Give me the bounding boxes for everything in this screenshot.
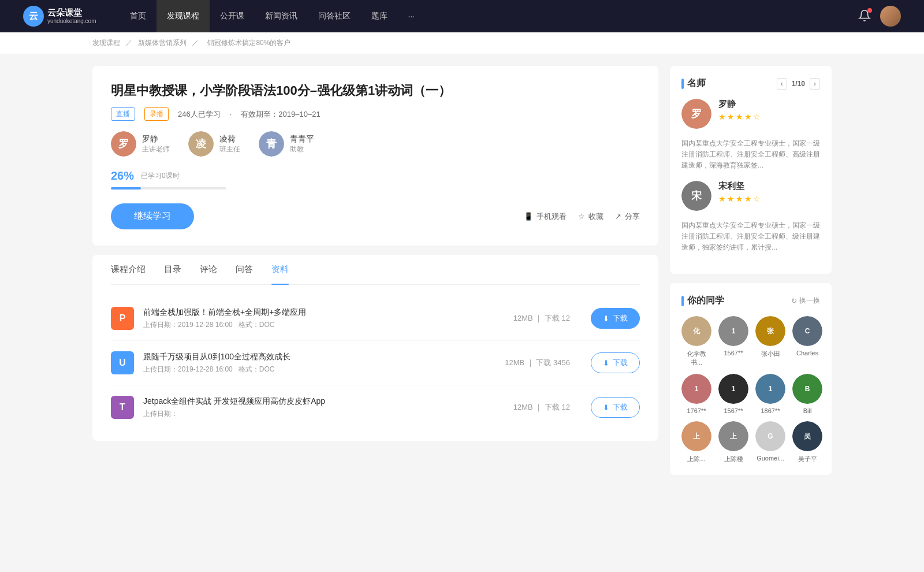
nav-item-发现课程[interactable]: 发现课程 — [157, 0, 210, 32]
classmate-item-5[interactable]: 1 1567** — [718, 374, 748, 414]
sidebar-teacher-stars-0: ★★★★☆ — [718, 112, 820, 121]
classmate-item-3[interactable]: C Charles — [792, 316, 822, 367]
classmate-avatar-7: B — [792, 374, 822, 404]
classmate-avatar-6: 1 — [755, 374, 785, 404]
classmate-avatar-9: 上 — [718, 421, 748, 451]
classmate-name-3: Charles — [796, 350, 818, 356]
download-button-1[interactable]: ⬇ 下载 — [591, 352, 640, 373]
sidebar-teacher-desc-1: 国内某重点大学安全工程专业硕士，国家一级注册消防工程师、注册安全工程师、级注册建… — [681, 220, 820, 254]
file-meta-2: 上传日期： — [143, 409, 504, 419]
teacher-profile-1: 宋 宋利坚 ★★★★☆ — [681, 181, 820, 211]
mobile-watch-button[interactable]: 📱 手机观看 — [524, 211, 567, 222]
teacher-page-info: 1/10 — [792, 80, 805, 88]
breadcrumb-item-2[interactable]: 新媒体营销系列 — [138, 39, 187, 47]
classmate-name-2: 张小田 — [761, 350, 780, 358]
action-buttons: 📱 手机观看 ☆ 收藏 ↗ 分享 — [524, 211, 640, 222]
file-info-0: 前端全栈加强版！前端全栈+全周期+多端应用 上传日期：2019-12-28 16… — [143, 307, 504, 330]
progress-bar-bg — [111, 187, 226, 190]
breadcrumb-item-1[interactable]: 发现课程 — [92, 39, 120, 47]
share-button[interactable]: ↗ 分享 — [615, 211, 640, 222]
teacher-avatar-2: 青 — [259, 131, 284, 157]
download-button-2[interactable]: ⬇ 下载 — [591, 397, 640, 418]
classmate-item-7[interactable]: B Bill — [792, 374, 822, 414]
file-stats-0: 12MB ｜ 下载 12 — [513, 313, 570, 324]
classmate-avatar-2: 张 — [755, 316, 785, 346]
content-left: 明星中教授课，小学阶段语法100分–强化级第1讲动词（一） 直播 录播 246人… — [92, 66, 658, 561]
download-icon-1: ⬇ — [603, 359, 609, 367]
tag-record: 录播 — [144, 107, 169, 121]
tab-资料[interactable]: 资料 — [271, 255, 289, 284]
file-stats-1: 12MB ｜ 下载 3456 — [505, 358, 570, 368]
classmate-item-11[interactable]: 吴 吴子平 — [792, 421, 822, 463]
classmate-name-1: 1567** — [724, 350, 743, 356]
sidebar-teacher-avatar-1: 宋 — [681, 181, 711, 211]
breadcrumb: 发现课程 ／ 新媒体营销系列 ／ 销冠修炼术搞定80%的客户 — [0, 32, 924, 54]
classmate-item-0[interactable]: 化 化学教书... — [681, 316, 711, 367]
sidebar-teacher-avatar-0: 罗 — [681, 99, 711, 129]
classmate-avatar-10: G — [755, 421, 785, 451]
main-container: 明星中教授课，小学阶段语法100分–强化级第1讲动词（一） 直播 录播 246人… — [0, 54, 924, 572]
classmate-item-6[interactable]: 1 1867** — [755, 374, 785, 414]
teachers-pagination: ‹ 1/10 › — [777, 78, 820, 90]
continue-button[interactable]: 继续学习 — [111, 203, 194, 229]
teacher-info-1: 凌荷 班主任 — [219, 134, 240, 154]
nav-item-···[interactable]: ··· — [398, 0, 426, 32]
classmate-name-9: 上陈楼 — [724, 455, 743, 463]
teacher-item-2: 青 青青平 助教 — [259, 131, 314, 157]
file-item-1: U 跟随千万级项目从0到100全过程高效成长 上传日期：2019-12-28 1… — [111, 341, 640, 385]
download-icon-2: ⬇ — [603, 403, 609, 412]
tab-评论[interactable]: 评论 — [200, 255, 217, 284]
nav-item-首页[interactable]: 首页 — [120, 0, 157, 32]
sidebar-teachers-list: 罗 罗静 ★★★★☆ 国内某重点大学安全工程专业硕士，国家一级注册消防工程师、注… — [681, 99, 820, 253]
logo[interactable]: 云 云朵课堂 yunduoketang.com — [23, 6, 96, 27]
classmate-name-6: 1867** — [761, 407, 780, 414]
next-teacher-arrow[interactable]: › — [810, 78, 820, 90]
tab-目录[interactable]: 目录 — [164, 255, 181, 284]
nav-item-公开课[interactable]: 公开课 — [210, 0, 255, 32]
sidebar-teacher-info-1: 宋利坚 ★★★★☆ — [718, 181, 820, 203]
download-button-0[interactable]: ⬇ 下载 — [591, 308, 640, 329]
logo-icon: 云 — [23, 6, 44, 27]
classmate-item-1[interactable]: 1 1567** — [718, 316, 748, 367]
classmate-item-4[interactable]: 1 1767** — [681, 374, 711, 414]
sidebar-teacher-1: 宋 宋利坚 ★★★★☆ 国内某重点大学安全工程专业硕士，国家一级注册消防工程师、… — [681, 181, 820, 254]
teacher-info-0: 罗静 主讲老师 — [142, 134, 170, 154]
file-meta-0: 上传日期：2019-12-28 16:00 格式：DOC — [143, 320, 504, 330]
file-icon-1: U — [111, 351, 134, 374]
file-name-2: Jetpack全组件实战 开发短视频应用高仿皮皮虾App — [143, 396, 504, 407]
prev-teacher-arrow[interactable]: ‹ — [777, 78, 787, 90]
nav-item-题库[interactable]: 题库 — [361, 0, 398, 32]
classmate-name-11: 吴子平 — [798, 455, 817, 463]
classmates-title: 你的同学 — [681, 295, 724, 307]
file-item-2: T Jetpack全组件实战 开发短视频应用高仿皮皮虾App 上传日期： 12M… — [111, 385, 640, 429]
nav-item-问答社区[interactable]: 问答社区 — [308, 0, 361, 32]
classmate-item-2[interactable]: 张 张小田 — [755, 316, 785, 367]
classmate-item-10[interactable]: G Guomei... — [755, 421, 785, 463]
sidebar-teacher-desc-0: 国内某重点大学安全工程专业硕士，国家一级注册消防工程师、注册安全工程师、高级注册… — [681, 138, 820, 172]
logo-sub: yunduoketang.com — [47, 18, 96, 25]
nav-item-新闻资讯[interactable]: 新闻资讯 — [255, 0, 308, 32]
teachers-sidebar-title: 名师 ‹ 1/10 › — [681, 77, 820, 90]
refresh-icon: ↻ — [791, 297, 797, 305]
course-card: 明星中教授课，小学阶段语法100分–强化级第1讲动词（一） 直播 录播 246人… — [92, 66, 658, 246]
tab-问答[interactable]: 问答 — [236, 255, 253, 284]
notification-bell[interactable] — [858, 9, 871, 24]
notification-dot — [867, 8, 872, 13]
tabs-nav: 课程介绍目录评论问答资料 — [111, 255, 640, 285]
classmate-item-8[interactable]: 上 上陈... — [681, 421, 711, 463]
file-info-1: 跟随千万级项目从0到100全过程高效成长 上传日期：2019-12-28 16:… — [143, 352, 495, 374]
teacher-item-1: 凌 凌荷 班主任 — [188, 131, 240, 157]
collect-button[interactable]: ☆ 收藏 — [578, 211, 603, 222]
teacher-info-2: 青青平 助教 — [290, 134, 314, 154]
classmate-item-9[interactable]: 上 上陈楼 — [718, 421, 748, 463]
progress-percent: 26% — [111, 169, 134, 183]
classmate-name-8: 上陈... — [687, 455, 705, 463]
file-stats-2: 12MB ｜ 下载 12 — [513, 402, 570, 413]
title-bar — [681, 79, 684, 89]
tab-课程介绍[interactable]: 课程介绍 — [111, 255, 146, 284]
file-name-1: 跟随千万级项目从0到100全过程高效成长 — [143, 352, 495, 362]
user-avatar[interactable] — [880, 6, 901, 27]
classmate-name-0: 化学教书... — [681, 350, 711, 367]
classmate-name-4: 1767** — [687, 407, 706, 414]
refresh-classmates-button[interactable]: ↻ 换一换 — [791, 296, 820, 306]
